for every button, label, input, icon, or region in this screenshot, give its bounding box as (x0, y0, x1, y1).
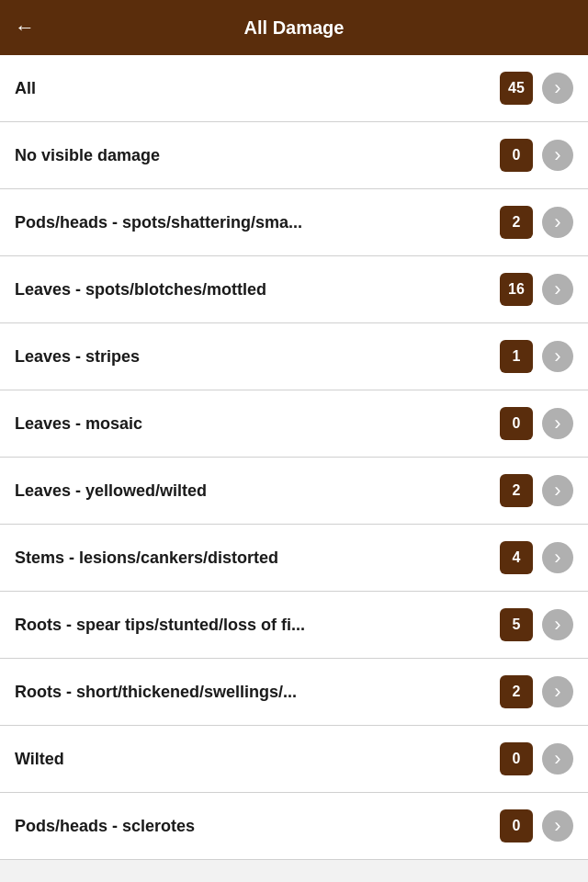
list-item[interactable]: Stems - lesions/cankers/distorted4 (0, 525, 588, 592)
chevron-right-icon (542, 609, 573, 640)
chevron-right-icon (542, 274, 573, 305)
chevron-right-icon (542, 408, 573, 439)
list-item[interactable]: Pods/heads - sclerotes0 (0, 793, 588, 860)
item-badge: 45 (500, 72, 533, 105)
list-item[interactable]: All45 (0, 55, 588, 122)
chevron-right-icon (542, 73, 573, 104)
item-label: Leaves - mosaic (15, 414, 500, 434)
item-badge: 2 (500, 206, 533, 239)
chevron-right-icon (542, 810, 573, 842)
list-item[interactable]: Leaves - mosaic0 (0, 390, 588, 458)
item-badge: 1 (500, 340, 533, 373)
item-label: Stems - lesions/cankers/distorted (15, 548, 500, 568)
list-item[interactable]: Roots - short/thickened/swellings/...2 (0, 659, 588, 726)
item-label: No visible damage (15, 146, 500, 165)
list-item[interactable]: Roots - spear tips/stunted/loss of fi...… (0, 592, 588, 659)
chevron-right-icon (542, 207, 573, 238)
item-label: Leaves - yellowed/wilted (15, 481, 500, 501)
item-badge: 0 (500, 407, 533, 440)
list-item[interactable]: Leaves - spots/blotches/mottled16 (0, 256, 588, 323)
list-item[interactable]: Leaves - stripes1 (0, 323, 588, 390)
item-badge: 2 (500, 675, 533, 708)
back-button[interactable]: ← (15, 16, 35, 40)
damage-list: All45No visible damage0Pods/heads - spot… (0, 55, 588, 860)
item-label: Wilted (15, 750, 500, 769)
item-badge: 2 (500, 474, 533, 507)
item-label: Pods/heads - sclerotes (15, 817, 500, 836)
item-badge: 0 (500, 809, 533, 842)
item-badge: 0 (500, 139, 533, 172)
item-badge: 16 (500, 273, 533, 306)
list-item[interactable]: Pods/heads - spots/shattering/sma...2 (0, 189, 588, 256)
item-badge: 0 (500, 742, 533, 775)
chevron-right-icon (542, 475, 573, 506)
chevron-right-icon (542, 542, 573, 573)
item-label: All (15, 79, 500, 98)
item-badge: 5 (500, 608, 533, 641)
item-label: Roots - short/thickened/swellings/... (15, 683, 500, 702)
item-label: Leaves - stripes (15, 347, 500, 367)
list-item[interactable]: No visible damage0 (0, 122, 588, 189)
item-label: Roots - spear tips/stunted/loss of fi... (15, 616, 500, 635)
app-header: ← All Damage (0, 0, 588, 55)
chevron-right-icon (542, 743, 573, 775)
list-item[interactable]: Leaves - yellowed/wilted2 (0, 458, 588, 525)
item-label: Leaves - spots/blotches/mottled (15, 280, 500, 300)
chevron-right-icon (542, 676, 573, 707)
chevron-right-icon (542, 341, 573, 372)
item-badge: 4 (500, 541, 533, 574)
page-title: All Damage (244, 17, 345, 39)
item-label: Pods/heads - spots/shattering/sma... (15, 213, 500, 232)
list-item[interactable]: Wilted0 (0, 726, 588, 793)
chevron-right-icon (542, 140, 573, 171)
